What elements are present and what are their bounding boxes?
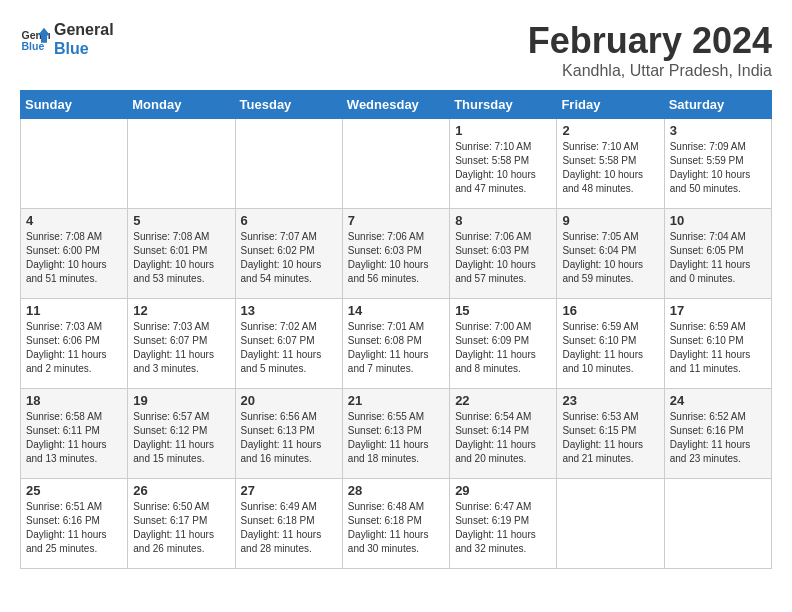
day-number: 19 [133,393,229,408]
weekday-header-thursday: Thursday [450,91,557,119]
day-info: Sunrise: 6:55 AM Sunset: 6:13 PM Dayligh… [348,410,444,466]
day-info: Sunrise: 6:56 AM Sunset: 6:13 PM Dayligh… [241,410,337,466]
day-number: 28 [348,483,444,498]
day-info: Sunrise: 7:08 AM Sunset: 6:01 PM Dayligh… [133,230,229,286]
day-info: Sunrise: 6:58 AM Sunset: 6:11 PM Dayligh… [26,410,122,466]
logo-blue: Blue [54,39,114,58]
calendar-day-cell: 10Sunrise: 7:04 AM Sunset: 6:05 PM Dayli… [664,209,771,299]
weekday-header-row: SundayMondayTuesdayWednesdayThursdayFrid… [21,91,772,119]
calendar-day-cell: 29Sunrise: 6:47 AM Sunset: 6:19 PM Dayli… [450,479,557,569]
calendar-body: 1Sunrise: 7:10 AM Sunset: 5:58 PM Daylig… [21,119,772,569]
calendar-day-cell: 12Sunrise: 7:03 AM Sunset: 6:07 PM Dayli… [128,299,235,389]
empty-day-cell [235,119,342,209]
day-info: Sunrise: 7:10 AM Sunset: 5:58 PM Dayligh… [455,140,551,196]
weekday-header-wednesday: Wednesday [342,91,449,119]
empty-day-cell [21,119,128,209]
calendar-day-cell: 15Sunrise: 7:00 AM Sunset: 6:09 PM Dayli… [450,299,557,389]
empty-day-cell [557,479,664,569]
weekday-header-saturday: Saturday [664,91,771,119]
logo-icon: General Blue [20,24,50,54]
svg-text:Blue: Blue [22,40,45,52]
day-info: Sunrise: 6:51 AM Sunset: 6:16 PM Dayligh… [26,500,122,556]
empty-day-cell [342,119,449,209]
day-number: 21 [348,393,444,408]
day-number: 11 [26,303,122,318]
day-number: 16 [562,303,658,318]
day-number: 26 [133,483,229,498]
calendar-week-row: 1Sunrise: 7:10 AM Sunset: 5:58 PM Daylig… [21,119,772,209]
calendar-day-cell: 17Sunrise: 6:59 AM Sunset: 6:10 PM Dayli… [664,299,771,389]
day-number: 9 [562,213,658,228]
day-number: 17 [670,303,766,318]
day-info: Sunrise: 6:47 AM Sunset: 6:19 PM Dayligh… [455,500,551,556]
empty-day-cell [128,119,235,209]
title-area: February 2024 Kandhla, Uttar Pradesh, In… [528,20,772,80]
calendar-day-cell: 26Sunrise: 6:50 AM Sunset: 6:17 PM Dayli… [128,479,235,569]
calendar-day-cell: 14Sunrise: 7:01 AM Sunset: 6:08 PM Dayli… [342,299,449,389]
day-info: Sunrise: 7:02 AM Sunset: 6:07 PM Dayligh… [241,320,337,376]
calendar-day-cell: 24Sunrise: 6:52 AM Sunset: 6:16 PM Dayli… [664,389,771,479]
day-info: Sunrise: 7:06 AM Sunset: 6:03 PM Dayligh… [455,230,551,286]
day-number: 22 [455,393,551,408]
day-number: 23 [562,393,658,408]
day-number: 1 [455,123,551,138]
day-number: 20 [241,393,337,408]
calendar-day-cell: 19Sunrise: 6:57 AM Sunset: 6:12 PM Dayli… [128,389,235,479]
day-number: 4 [26,213,122,228]
day-info: Sunrise: 7:10 AM Sunset: 5:58 PM Dayligh… [562,140,658,196]
calendar-day-cell: 16Sunrise: 6:59 AM Sunset: 6:10 PM Dayli… [557,299,664,389]
day-info: Sunrise: 6:48 AM Sunset: 6:18 PM Dayligh… [348,500,444,556]
calendar-day-cell: 21Sunrise: 6:55 AM Sunset: 6:13 PM Dayli… [342,389,449,479]
day-info: Sunrise: 6:50 AM Sunset: 6:17 PM Dayligh… [133,500,229,556]
calendar-day-cell: 9Sunrise: 7:05 AM Sunset: 6:04 PM Daylig… [557,209,664,299]
day-info: Sunrise: 7:01 AM Sunset: 6:08 PM Dayligh… [348,320,444,376]
day-number: 13 [241,303,337,318]
day-info: Sunrise: 7:04 AM Sunset: 6:05 PM Dayligh… [670,230,766,286]
page-title: February 2024 [528,20,772,62]
day-info: Sunrise: 6:49 AM Sunset: 6:18 PM Dayligh… [241,500,337,556]
day-info: Sunrise: 6:52 AM Sunset: 6:16 PM Dayligh… [670,410,766,466]
calendar-day-cell: 6Sunrise: 7:07 AM Sunset: 6:02 PM Daylig… [235,209,342,299]
day-info: Sunrise: 7:06 AM Sunset: 6:03 PM Dayligh… [348,230,444,286]
calendar-day-cell: 18Sunrise: 6:58 AM Sunset: 6:11 PM Dayli… [21,389,128,479]
weekday-header-friday: Friday [557,91,664,119]
day-number: 29 [455,483,551,498]
day-info: Sunrise: 6:53 AM Sunset: 6:15 PM Dayligh… [562,410,658,466]
day-number: 8 [455,213,551,228]
calendar-week-row: 25Sunrise: 6:51 AM Sunset: 6:16 PM Dayli… [21,479,772,569]
day-number: 3 [670,123,766,138]
logo-general: General [54,20,114,39]
calendar-day-cell: 23Sunrise: 6:53 AM Sunset: 6:15 PM Dayli… [557,389,664,479]
day-number: 14 [348,303,444,318]
day-number: 2 [562,123,658,138]
day-info: Sunrise: 7:05 AM Sunset: 6:04 PM Dayligh… [562,230,658,286]
day-info: Sunrise: 7:00 AM Sunset: 6:09 PM Dayligh… [455,320,551,376]
day-info: Sunrise: 7:03 AM Sunset: 6:06 PM Dayligh… [26,320,122,376]
calendar-day-cell: 13Sunrise: 7:02 AM Sunset: 6:07 PM Dayli… [235,299,342,389]
day-number: 5 [133,213,229,228]
page-subtitle: Kandhla, Uttar Pradesh, India [528,62,772,80]
calendar-day-cell: 1Sunrise: 7:10 AM Sunset: 5:58 PM Daylig… [450,119,557,209]
day-info: Sunrise: 6:54 AM Sunset: 6:14 PM Dayligh… [455,410,551,466]
calendar-day-cell: 22Sunrise: 6:54 AM Sunset: 6:14 PM Dayli… [450,389,557,479]
calendar-header: SundayMondayTuesdayWednesdayThursdayFrid… [21,91,772,119]
day-info: Sunrise: 6:59 AM Sunset: 6:10 PM Dayligh… [562,320,658,376]
calendar-day-cell: 27Sunrise: 6:49 AM Sunset: 6:18 PM Dayli… [235,479,342,569]
calendar-day-cell: 3Sunrise: 7:09 AM Sunset: 5:59 PM Daylig… [664,119,771,209]
weekday-header-sunday: Sunday [21,91,128,119]
day-number: 7 [348,213,444,228]
header: General Blue General Blue February 2024 … [20,20,772,80]
day-number: 15 [455,303,551,318]
day-info: Sunrise: 6:57 AM Sunset: 6:12 PM Dayligh… [133,410,229,466]
day-number: 24 [670,393,766,408]
calendar-day-cell: 2Sunrise: 7:10 AM Sunset: 5:58 PM Daylig… [557,119,664,209]
day-number: 18 [26,393,122,408]
day-info: Sunrise: 7:08 AM Sunset: 6:00 PM Dayligh… [26,230,122,286]
calendar-table: SundayMondayTuesdayWednesdayThursdayFrid… [20,90,772,569]
calendar-week-row: 11Sunrise: 7:03 AM Sunset: 6:06 PM Dayli… [21,299,772,389]
calendar-day-cell: 4Sunrise: 7:08 AM Sunset: 6:00 PM Daylig… [21,209,128,299]
day-number: 12 [133,303,229,318]
day-info: Sunrise: 7:09 AM Sunset: 5:59 PM Dayligh… [670,140,766,196]
weekday-header-monday: Monday [128,91,235,119]
empty-day-cell [664,479,771,569]
